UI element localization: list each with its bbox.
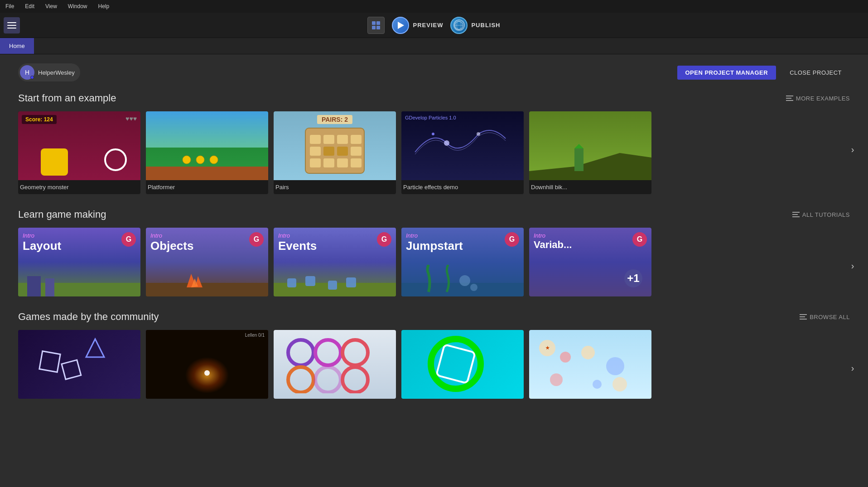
svg-point-53 [288, 367, 313, 392]
example-card-geometry[interactable]: Score: 124 ♥♥♥ Geometry monster [18, 111, 140, 194]
open-project-manager-button[interactable]: OPEN PROJECT MANAGER [677, 66, 776, 80]
plus-one-badge: +1 [624, 269, 642, 287]
more-examples-link[interactable]: MORE EXAMPLES [786, 95, 850, 102]
example-card-particles[interactable]: GDevelop Particles 1.0 Particle effects … [401, 111, 524, 194]
menu-bar: File Edit View Window Help [0, 0, 868, 13]
monster-shape [41, 148, 68, 176]
example-card-particles-image: GDevelop Particles 1.0 [401, 111, 524, 180]
svg-point-4 [455, 21, 463, 29]
svg-rect-38 [305, 276, 315, 286]
svg-point-49 [204, 370, 210, 376]
tutorials-cards-row: Intro Layout G Intro Objects [18, 228, 850, 296]
avatar-status-dot [30, 76, 34, 79]
community-card-2[interactable]: Lellen 0/1 [146, 330, 268, 399]
tutorial-objects-logo: G [249, 232, 264, 247]
community-scroll-right-arrow[interactable]: › [846, 362, 859, 374]
example-card-pairs-image: PAIRS: 2 [274, 111, 396, 180]
tutorial-jumpstart-image: Intro Jumpstart G [401, 228, 524, 296]
example-card-pairs[interactable]: PAIRS: 2 [274, 111, 396, 194]
svg-rect-2 [372, 26, 376, 29]
examples-title: Start from an example [18, 92, 116, 104]
examples-cards-wrapper: Score: 124 ♥♥♥ Geometry monster ✕3 [18, 111, 850, 194]
menu-view[interactable]: View [43, 2, 59, 10]
user-bar: H HelperWesley OPEN PROJECT MANAGER CLOS… [18, 63, 850, 81]
menu-file[interactable]: File [4, 2, 16, 10]
toolbar: PREVIEW PUBLISH [0, 13, 868, 38]
svg-point-51 [315, 340, 341, 365]
tutorials-list-icon [792, 212, 800, 217]
svg-point-8 [196, 156, 204, 164]
tutorial-events-image: Intro Events G [274, 228, 396, 296]
svg-point-59 [560, 352, 571, 363]
toolbar-gdevelop-icon[interactable] [367, 17, 385, 34]
community-card-4-image [401, 330, 524, 399]
community-card-3[interactable] [274, 330, 396, 399]
tutorial-objects-name: Objects [150, 239, 193, 253]
tutorial-jumpstart-name: Jumpstart [406, 239, 463, 253]
tutorial-card-variables[interactable]: Intro Variab... G +1 [529, 228, 651, 296]
svg-point-50 [288, 340, 313, 365]
tutorial-events-logo: G [377, 232, 391, 247]
example-card-downhill-image [529, 111, 651, 180]
menu-help[interactable]: Help [96, 2, 111, 10]
tab-home[interactable]: Home [0, 38, 34, 54]
example-card-particles-label: Particle effects demo [401, 180, 524, 194]
username-label: HelperWesley [38, 69, 75, 76]
svg-rect-1 [376, 21, 380, 25]
all-tutorials-link[interactable]: ALL TUTORIALS [792, 211, 850, 218]
svg-rect-3 [376, 26, 380, 29]
svg-rect-22 [351, 158, 362, 167]
community-card-4[interactable] [401, 330, 524, 399]
example-card-platformer[interactable]: ✕3 Platformer [146, 111, 268, 194]
svg-point-25 [432, 133, 434, 135]
svg-rect-33 [146, 283, 268, 296]
tutorial-card-events[interactable]: Intro Events G [274, 228, 396, 296]
example-card-downhill[interactable]: Downhill bik... [529, 111, 651, 194]
tutorial-layout-logo: G [121, 232, 136, 247]
tutorials-scroll-right-arrow[interactable]: › [846, 259, 859, 272]
browse-all-link[interactable]: BROWSE ALL [800, 314, 850, 320]
community-card-1[interactable] [18, 330, 140, 399]
tutorial-layout-intro: Intro [23, 232, 61, 239]
more-examples-label: MORE EXAMPLES [796, 95, 850, 102]
preview-button[interactable]: PREVIEW [392, 17, 443, 34]
svg-point-61 [606, 357, 624, 375]
hand-shape [104, 148, 127, 171]
avatar-icon: H [20, 65, 34, 80]
community-card-5[interactable]: ★ [529, 330, 651, 399]
svg-rect-12 [323, 135, 334, 144]
tutorial-variables-name: Variab... [534, 239, 572, 251]
examples-scroll-right-arrow[interactable]: › [846, 143, 859, 156]
svg-rect-39 [328, 281, 337, 290]
score-overlay: Score: 124 [22, 115, 57, 124]
community-card-2-image: Lellen 0/1 [146, 330, 268, 399]
svg-rect-37 [287, 278, 296, 287]
menu-edit[interactable]: Edit [23, 2, 36, 10]
svg-rect-20 [323, 158, 334, 167]
menu-window[interactable]: Window [66, 2, 89, 10]
tutorial-jumpstart-intro: Intro [406, 232, 463, 239]
avatar-letter: H [25, 69, 29, 76]
main-content: H HelperWesley OPEN PROJECT MANAGER CLOS… [0, 54, 868, 487]
tutorial-card-objects[interactable]: Intro Objects G [146, 228, 268, 296]
svg-point-9 [210, 156, 218, 164]
particles-logo-text: GDevelop Particles 1.0 [405, 115, 456, 120]
toolbar-left [4, 17, 20, 33]
browse-all-label: BROWSE ALL [810, 314, 850, 320]
community-card-1-image [18, 330, 140, 399]
publish-button[interactable]: PUBLISH [450, 17, 500, 34]
tutorial-card-jumpstart[interactable]: Intro Jumpstart G [401, 228, 524, 296]
toolbar-center: PREVIEW PUBLISH [367, 17, 500, 34]
platformer-sky [146, 111, 268, 148]
close-project-button[interactable]: CLOSE PROJECT [781, 66, 850, 80]
svg-point-54 [315, 367, 341, 392]
svg-rect-57 [436, 344, 475, 383]
tutorial-jumpstart-badge: Intro Jumpstart [406, 232, 463, 253]
tutorial-card-layout[interactable]: Intro Layout G [18, 228, 140, 296]
hamburger-menu-icon[interactable] [4, 17, 20, 33]
example-card-platformer-image: ✕3 [146, 111, 268, 180]
svg-rect-13 [337, 135, 348, 144]
example-card-geometry-image: Score: 124 ♥♥♥ [18, 111, 140, 180]
user-avatar[interactable]: H HelperWesley [18, 63, 80, 81]
preview-play-icon [392, 17, 409, 34]
